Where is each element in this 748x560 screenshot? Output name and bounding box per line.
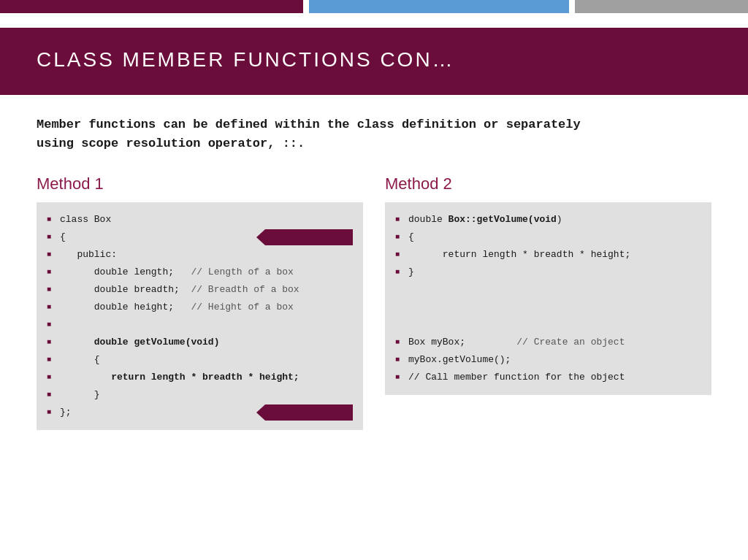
- code-line-empty: [395, 281, 701, 299]
- bullet-icon: ■: [395, 231, 401, 243]
- code-text: {: [60, 229, 262, 245]
- bullet-icon: ■: [395, 266, 401, 278]
- bullet-icon: ■: [47, 231, 53, 243]
- method1-column: Method 1 ■ class Box ■ { ■ public:: [37, 174, 363, 430]
- code-line: ■ {: [395, 229, 701, 246]
- code-line-empty: [395, 299, 701, 316]
- code-line: ■ class Box: [47, 211, 353, 229]
- sbar-teal: [309, 9, 569, 13]
- bullet-icon: ■: [47, 388, 53, 401]
- sbar-gap1: [303, 9, 309, 13]
- code-text: double Box::getVolume(void): [408, 212, 701, 228]
- method1-code-box: ■ class Box ■ { ■ public: ■: [37, 202, 363, 430]
- code-text: public:: [60, 247, 353, 263]
- content-area: Member functions can be defined within t…: [0, 95, 748, 445]
- code-text: return length * breadth * height;: [60, 369, 353, 386]
- code-text: };: [60, 404, 262, 421]
- code-line: ■ }: [395, 264, 701, 281]
- bullet-icon: ■: [47, 283, 53, 296]
- code-text: {: [408, 229, 701, 245]
- bullet-icon: ■: [47, 301, 53, 313]
- bar-dark-red: [0, 0, 303, 9]
- code-line: ■ return length * breadth * height;: [395, 246, 701, 264]
- bullet-icon: ■: [395, 248, 401, 261]
- code-text: double length; // Length of a box: [60, 264, 353, 280]
- bar-gap1: [303, 0, 309, 9]
- bullet-icon: ■: [395, 371, 401, 383]
- arrow-highlight: [265, 404, 353, 421]
- intro-paragraph: Member functions can be defined within t…: [37, 115, 711, 154]
- bullet-icon: ■: [47, 336, 53, 348]
- method2-title: Method 2: [385, 174, 711, 193]
- code-text: class Box: [60, 212, 353, 228]
- code-line-empty: ■: [47, 316, 353, 334]
- code-line: ■ {: [47, 351, 353, 369]
- code-text: // Call member function for the object: [408, 369, 701, 386]
- code-line: ■ double getVolume(void): [47, 334, 353, 351]
- method1-title: Method 1: [37, 174, 363, 193]
- bullet-icon: ■: [47, 248, 53, 261]
- code-line: ■ double Box::getVolume(void): [395, 211, 701, 229]
- code-text: myBox.getVolume();: [408, 352, 701, 368]
- code-line: ■ public:: [47, 246, 353, 264]
- method2-column: Method 2 ■ double Box::getVolume(void) ■…: [385, 174, 711, 430]
- code-line-empty: [395, 316, 701, 334]
- bullet-icon: ■: [47, 318, 53, 331]
- code-line: ■ Box myBox; // Create an object: [395, 334, 701, 351]
- code-text: }: [60, 387, 353, 403]
- code-line: ■ double length; // Length of a box: [47, 264, 353, 281]
- sbar-dark-red: [0, 9, 303, 13]
- methods-container: Method 1 ■ class Box ■ { ■ public:: [37, 174, 711, 430]
- bullet-icon: ■: [395, 353, 401, 366]
- code-line: ■ double height; // Height of a box: [47, 299, 353, 316]
- bullet-icon: ■: [47, 406, 53, 418]
- slide: CLASS MEMBER FUNCTIONS CON… Member funct…: [0, 0, 748, 560]
- bullet-icon: ■: [395, 336, 401, 348]
- bullet-icon: ■: [47, 353, 53, 366]
- sbar-gray: [575, 9, 748, 13]
- bullet-icon: ■: [395, 213, 401, 226]
- code-text: double height; // Height of a box: [60, 299, 353, 315]
- code-line: ■ };: [47, 404, 353, 421]
- bar-gap2: [569, 0, 575, 9]
- bullet-icon: ■: [47, 213, 53, 226]
- code-text: return length * breadth * height;: [408, 247, 701, 263]
- intro-line1: Member functions can be defined within t…: [37, 118, 581, 131]
- code-text: double getVolume(void): [60, 334, 353, 350]
- code-text: [60, 317, 353, 333]
- code-text: double breadth; // Breadth of a box: [60, 282, 353, 298]
- bar-teal: [309, 0, 569, 9]
- code-line: ■ double breadth; // Breadth of a box: [47, 281, 353, 299]
- code-text: {: [60, 352, 353, 368]
- code-text: Box myBox; // Create an object: [408, 334, 701, 350]
- code-text: }: [408, 264, 701, 280]
- code-line: ■ {: [47, 229, 353, 246]
- arrow-highlight: [265, 229, 353, 245]
- code-line: ■ return length * breadth * height;: [47, 369, 353, 386]
- second-bars: [0, 9, 748, 13]
- code-line: ■ myBox.getVolume();: [395, 351, 701, 369]
- bullet-icon: ■: [47, 266, 53, 278]
- bar-gray: [575, 0, 748, 9]
- code-line: ■ // Call member function for the object: [395, 369, 701, 386]
- top-bars: [0, 0, 748, 9]
- page-title: CLASS MEMBER FUNCTIONS CON…: [37, 48, 711, 72]
- bullet-icon: ■: [47, 371, 53, 383]
- code-line: ■ }: [47, 386, 353, 404]
- method2-code-box: ■ double Box::getVolume(void) ■ { ■ retu…: [385, 202, 711, 395]
- title-section: CLASS MEMBER FUNCTIONS CON…: [0, 28, 748, 95]
- sbar-gap2: [569, 9, 575, 13]
- intro-line2: using scope resolution operator, ::.: [37, 137, 305, 150]
